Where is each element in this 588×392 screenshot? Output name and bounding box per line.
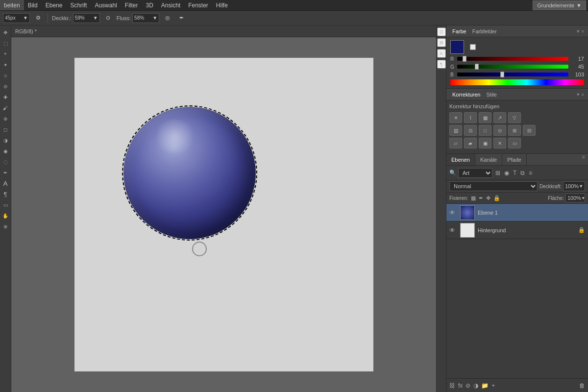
new-group-btn[interactable]: 📁 bbox=[481, 382, 489, 389]
foreground-color-swatch[interactable] bbox=[450, 40, 464, 54]
pen-pressure-btn[interactable]: ✒ bbox=[176, 13, 187, 24]
hsl-correction-icon[interactable]: ▧ bbox=[449, 125, 462, 136]
menu-filter[interactable]: Filter bbox=[121, 0, 142, 10]
stile-tab[interactable]: Stile bbox=[484, 92, 498, 98]
brush-tool[interactable]: 🖌 bbox=[0, 103, 10, 113]
g-value[interactable]: 45 bbox=[570, 64, 584, 70]
eyedropper-tool[interactable]: ⊘ bbox=[0, 81, 10, 91]
link-layers-btn[interactable]: ⛓ bbox=[449, 382, 455, 389]
balance-correction-icon[interactable]: ⚖ bbox=[464, 125, 477, 136]
layer-visibility-hintergrund[interactable]: 👁 bbox=[449, 227, 457, 234]
layer-list[interactable]: 👁 Ebene 1 👁 Hintergrund 🔒 bbox=[446, 204, 588, 378]
blend-mode-select[interactable]: Normal bbox=[449, 181, 538, 191]
b-slider-thumb[interactable] bbox=[500, 72, 504, 77]
select-tool[interactable]: ⬚ bbox=[0, 38, 10, 48]
flow-input[interactable]: 58%▼ bbox=[132, 13, 159, 23]
r-slider-thumb[interactable] bbox=[463, 56, 466, 62]
photo-correction-icon[interactable]: ⊙ bbox=[493, 125, 506, 136]
airbrush-btn[interactable]: ⊙ bbox=[103, 13, 114, 24]
stamp-tool[interactable]: ⊛ bbox=[0, 114, 10, 123]
menu-auswahl[interactable]: Auswahl bbox=[91, 0, 121, 10]
korrekturen-panel-collapse[interactable]: ▼ ≡ bbox=[576, 92, 584, 97]
menu-hilfe[interactable]: Hilfe bbox=[212, 0, 232, 10]
brightness-correction-icon[interactable]: ☀ bbox=[449, 112, 462, 123]
exposure-correction-icon[interactable]: ↗ bbox=[493, 112, 506, 123]
magic-wand-tool[interactable]: ✦ bbox=[0, 60, 10, 70]
dodge-tool[interactable]: ◌ bbox=[0, 157, 10, 167]
kanaele-tab[interactable]: Kanäle bbox=[475, 154, 502, 165]
canvas[interactable] bbox=[74, 58, 373, 371]
bw-correction-icon[interactable]: □ bbox=[479, 125, 491, 136]
new-layer-btn[interactable]: + bbox=[491, 382, 495, 389]
fix-brush-icon[interactable]: ✒ bbox=[479, 195, 483, 201]
opacity-input[interactable]: 59%▼ bbox=[73, 13, 100, 23]
layer-item-ebene1[interactable]: 👁 Ebene 1 bbox=[446, 204, 588, 221]
panel-icon-4[interactable]: ¶ bbox=[437, 60, 446, 69]
layer-mask-btn[interactable]: ⊘ bbox=[466, 382, 470, 389]
brush-settings-btn[interactable]: ⚙ bbox=[33, 13, 44, 24]
layer-more-icon[interactable]: ≡ bbox=[528, 169, 533, 177]
threshold-correction-icon[interactable]: ▣ bbox=[479, 138, 491, 148]
ebenen-tab[interactable]: Ebenen bbox=[446, 154, 475, 165]
selective-color-correction-icon[interactable]: ▭ bbox=[508, 138, 521, 148]
fix-move-icon[interactable]: ✥ bbox=[486, 195, 490, 201]
smoothing-btn[interactable]: ◎ bbox=[162, 13, 173, 24]
menu-bild[interactable]: Bild bbox=[24, 0, 42, 10]
crop-tool[interactable]: ⊹ bbox=[0, 71, 10, 80]
canvas-tab[interactable]: RGB/8) * bbox=[11, 25, 436, 37]
canvas-wrapper[interactable] bbox=[11, 37, 436, 392]
gradient-map-correction-icon[interactable]: ✕ bbox=[493, 138, 506, 148]
blur-tool[interactable]: ◉ bbox=[0, 146, 10, 156]
layer-link-icon[interactable]: ⧉ bbox=[519, 169, 526, 177]
fix-transparency-icon[interactable]: ▦ bbox=[471, 195, 476, 201]
new-layer-icon[interactable]: ⊞ bbox=[494, 169, 501, 177]
color-panel-collapse[interactable]: ▼ ≡ bbox=[576, 29, 584, 34]
eraser-tool[interactable]: ◻ bbox=[0, 124, 10, 134]
layer-visibility-ebene1[interactable]: 👁 bbox=[449, 209, 457, 216]
vibrance-correction-icon[interactable]: ▽ bbox=[508, 112, 521, 123]
panel-icon-2[interactable]: ⊞ bbox=[437, 38, 446, 47]
text-tool[interactable]: A bbox=[0, 178, 10, 188]
delete-layer-btn[interactable]: 🗑 bbox=[579, 382, 585, 389]
pen-tool[interactable]: ✒ bbox=[0, 168, 10, 177]
shape-tool[interactable]: ▭ bbox=[0, 200, 10, 210]
farbe-tab[interactable]: Farbe bbox=[450, 28, 468, 34]
layer-visibility-icon[interactable]: ◉ bbox=[503, 169, 510, 177]
layer-style-btn[interactable]: fx bbox=[458, 382, 463, 389]
levels-correction-icon[interactable]: ⌇ bbox=[464, 112, 477, 123]
panel-icon-1[interactable]: ⊡ bbox=[437, 27, 446, 36]
heal-tool[interactable]: ✚ bbox=[0, 92, 10, 102]
invert-correction-icon[interactable]: ▱ bbox=[449, 138, 462, 148]
paragraph-tool[interactable]: ¶ bbox=[0, 189, 10, 199]
menu-ebene[interactable]: Ebene bbox=[42, 0, 67, 10]
flaeche-value[interactable]: 100%▼ bbox=[565, 194, 585, 202]
layer-item-hintergrund[interactable]: 👁 Hintergrund 🔒 bbox=[446, 221, 588, 239]
color-spectrum-bar[interactable] bbox=[450, 79, 584, 85]
ebenen-panel-collapse[interactable]: ≡ bbox=[579, 154, 588, 165]
gradient-tool[interactable]: ◑ bbox=[0, 135, 10, 145]
brush-size-input[interactable]: 45px▼ bbox=[3, 13, 30, 23]
farbfelder-tab[interactable]: Farbfelder bbox=[470, 28, 499, 34]
layer-type-icon[interactable]: T bbox=[512, 169, 517, 177]
opacity-value[interactable]: 100%▼ bbox=[563, 181, 585, 191]
move-tool[interactable]: ✥ bbox=[0, 27, 10, 37]
menu-3d[interactable]: 3D bbox=[142, 0, 157, 10]
small-circle-handle[interactable] bbox=[192, 242, 207, 256]
menu-ansicht[interactable]: Ansicht bbox=[157, 0, 184, 10]
r-value[interactable]: 17 bbox=[570, 56, 584, 62]
g-slider[interactable] bbox=[457, 65, 568, 69]
pfade-tab[interactable]: Pfade bbox=[502, 154, 527, 165]
b-slider[interactable] bbox=[457, 73, 568, 76]
r-slider[interactable] bbox=[457, 57, 568, 61]
background-color-swatch[interactable] bbox=[470, 44, 476, 50]
g-slider-thumb[interactable] bbox=[475, 64, 479, 70]
adjustment-layer-btn[interactable]: ◑ bbox=[473, 382, 478, 389]
fix-all-icon[interactable]: 🔒 bbox=[493, 195, 500, 201]
korrekturen-tab[interactable]: Korrekturen bbox=[450, 92, 482, 98]
zoom-tool[interactable]: ⊕ bbox=[0, 221, 10, 231]
mixer-correction-icon[interactable]: ⊞ bbox=[508, 125, 521, 136]
workspace-dropdown[interactable]: Grundelemente ▼ bbox=[533, 0, 586, 10]
layer-filter-select[interactable]: Art bbox=[458, 168, 492, 178]
menu-beiten[interactable]: beiten bbox=[0, 0, 24, 10]
menu-fenster[interactable]: Fenster bbox=[184, 0, 212, 10]
